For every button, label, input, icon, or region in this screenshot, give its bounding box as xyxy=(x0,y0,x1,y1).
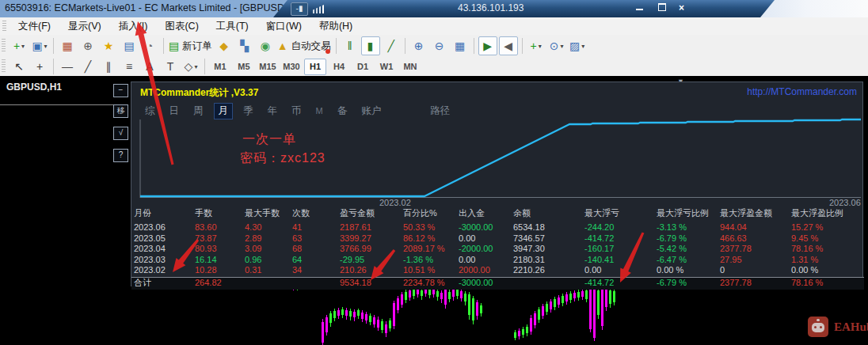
timeframe-h1[interactable]: H1 xyxy=(304,59,326,75)
tile-windows-button[interactable]: ▦ xyxy=(451,36,470,55)
tab-备[interactable]: 备 xyxy=(333,104,352,119)
horizontal-line-button[interactable]: — xyxy=(58,57,77,76)
tab-日[interactable]: 日 xyxy=(166,104,184,119)
restore-button[interactable] xyxy=(652,2,672,15)
table-header-row: 月份手数最大手数次数盈亏金额百分比%出入金余额最大浮亏最大浮亏比例最大浮盈金额最… xyxy=(131,208,864,219)
tab-季[interactable]: 季 xyxy=(239,104,257,119)
menu-item-插入[interactable]: 插入(I) xyxy=(110,17,157,36)
trend-line-button[interactable]: ╱ xyxy=(78,57,97,76)
expert-advisors-button[interactable]: ◆ xyxy=(215,36,234,55)
market-watch-button[interactable]: ▤ xyxy=(120,36,139,55)
indicators-button[interactable]: +▾ xyxy=(527,36,546,55)
dropdown-caret-icon[interactable]: ▾ xyxy=(44,43,48,50)
text-button[interactable]: A xyxy=(140,57,159,76)
data-window-icon: ◔ xyxy=(147,40,153,52)
shapes-button[interactable]: ◇▾ xyxy=(181,57,200,76)
panel-help-button[interactable]: ? xyxy=(113,149,128,162)
tab-综[interactable]: 综 xyxy=(141,104,159,119)
timeframe-h4[interactable]: H4 xyxy=(328,59,350,75)
cell: 63 xyxy=(292,233,302,244)
favorites-button[interactable]: ★ xyxy=(99,36,118,55)
new-order-button[interactable]: ▤新订单 xyxy=(168,36,213,55)
scripts-icon: ▚ xyxy=(240,40,249,52)
menu-item-文件[interactable]: 文件(F) xyxy=(10,17,59,36)
dropdown-caret-icon[interactable]: ▾ xyxy=(560,43,563,50)
close-button[interactable]: × xyxy=(672,2,691,15)
menu-item-图表[interactable]: 图表(C) xyxy=(156,17,207,36)
toolbar-separator xyxy=(474,38,474,54)
col-header: 最大浮亏 xyxy=(584,208,619,218)
new-chart-button[interactable]: +▾ xyxy=(10,36,29,55)
bar-chart-type-icon: ‖ xyxy=(348,40,352,52)
crosshair-button[interactable]: + xyxy=(30,57,49,76)
minimize-button[interactable] xyxy=(630,2,649,15)
tab-账户[interactable]: 账户 xyxy=(357,104,385,119)
indicators-icon: + xyxy=(530,40,536,52)
panel-minimize-button[interactable]: − xyxy=(113,84,128,97)
cell: 10.51 % xyxy=(403,265,435,275)
timeframe-w1[interactable]: W1 xyxy=(375,59,398,75)
cell: 78.16 % xyxy=(791,244,823,254)
timeframe-m15[interactable]: M15 xyxy=(257,59,279,75)
equidistant-channel-icon: ∥ xyxy=(106,60,112,73)
col-header: 最大浮盈比例 xyxy=(791,208,843,218)
dropdown-caret-icon[interactable]: ▾ xyxy=(539,43,542,50)
bar-chart-type-button[interactable]: ‖ xyxy=(341,36,360,55)
templates-button[interactable]: ▨▾ xyxy=(568,36,587,55)
chart-properties-button[interactable]: ▦ xyxy=(58,36,77,55)
auto-scroll-button[interactable]: ▶ xyxy=(478,36,497,55)
equidistant-channel-button[interactable]: ∥ xyxy=(99,57,118,76)
cell: 210.26 xyxy=(340,265,367,275)
zoom-in-button[interactable]: ⊕ xyxy=(409,36,428,55)
menu-item-显示[interactable]: 显示(V) xyxy=(59,17,110,36)
fibonacci-button[interactable]: ≡ xyxy=(120,57,139,76)
col-header: 百分比% xyxy=(403,208,437,218)
text-label-button[interactable]: T xyxy=(161,57,180,76)
pin-icon[interactable]: -▮ xyxy=(291,2,308,16)
templates-icon: ▨ xyxy=(569,40,580,52)
tab-年[interactable]: 年 xyxy=(264,104,282,119)
cell: 3766.99 xyxy=(340,244,371,254)
table-row: 2023.0480.933.09683766.992089.17 %-2000.… xyxy=(131,244,864,255)
timeframe-m5[interactable]: M5 xyxy=(233,59,255,75)
dropdown-caret-icon[interactable]: ▾ xyxy=(194,63,197,70)
chart-shift-button[interactable]: ◀ xyxy=(499,36,518,55)
timeframe-d1[interactable]: D1 xyxy=(352,59,374,75)
menu-item-工具[interactable]: 工具(T) xyxy=(207,17,257,36)
zoom-out-button[interactable]: ⊖ xyxy=(430,36,449,55)
x-axis-label-left: 2023.02 xyxy=(379,198,411,207)
tab-周[interactable]: 周 xyxy=(189,104,207,119)
cell: 2187.61 xyxy=(340,222,371,233)
timeframe-m1[interactable]: M1 xyxy=(209,59,231,75)
line-chart-type-button[interactable]: ╱ xyxy=(382,36,401,55)
menu-item-帮助[interactable]: 帮助(H) xyxy=(310,17,361,36)
cell: 27.95 xyxy=(720,255,742,265)
candlestick-type-button[interactable]: ▮ xyxy=(361,36,380,55)
line-chart-type-icon: ╱ xyxy=(387,40,394,52)
panel-website-link[interactable]: http://MTCommander.com xyxy=(747,86,857,97)
signals-button[interactable]: ◉ xyxy=(256,36,275,55)
panel-check-button[interactable]: √ xyxy=(113,127,128,140)
tab-月[interactable]: 月 xyxy=(214,103,234,119)
menu-item-窗口[interactable]: 窗口(W) xyxy=(257,17,310,36)
tab-币[interactable]: 币 xyxy=(287,104,306,119)
profiles-button[interactable]: ▣▾ xyxy=(30,36,49,55)
tab-路径[interactable]: 路径 xyxy=(426,104,454,119)
cursor-button[interactable]: ↖ xyxy=(10,57,29,76)
panel-tab-bar: 综日周月季年币M备账户路径 xyxy=(138,103,457,119)
data-window-button[interactable]: ◔ xyxy=(140,36,159,55)
periods-button[interactable]: ⊙▾ xyxy=(547,36,566,55)
autotrading-button[interactable]: ▲自动交易 xyxy=(276,36,332,55)
cell: 0.00 % xyxy=(791,265,818,275)
menu-bar: 文件(F)显示(V)插入(I)图表(C)工具(T)窗口(W)帮助(H) xyxy=(0,17,868,36)
panel-move-button[interactable]: 移 xyxy=(113,104,128,118)
timeframe-mn[interactable]: MN xyxy=(399,59,421,75)
cell: 7346.57 xyxy=(513,233,545,244)
scripts-button[interactable]: ▚ xyxy=(235,36,254,55)
tab-M[interactable]: M xyxy=(312,105,327,116)
cell: 0.96 xyxy=(245,255,261,265)
dropdown-caret-icon[interactable]: ▾ xyxy=(21,43,25,50)
dropdown-caret-icon[interactable]: ▾ xyxy=(581,43,584,50)
crosshair-mode-button[interactable]: ⊕ xyxy=(78,36,97,55)
timeframe-m30[interactable]: M30 xyxy=(280,59,303,75)
